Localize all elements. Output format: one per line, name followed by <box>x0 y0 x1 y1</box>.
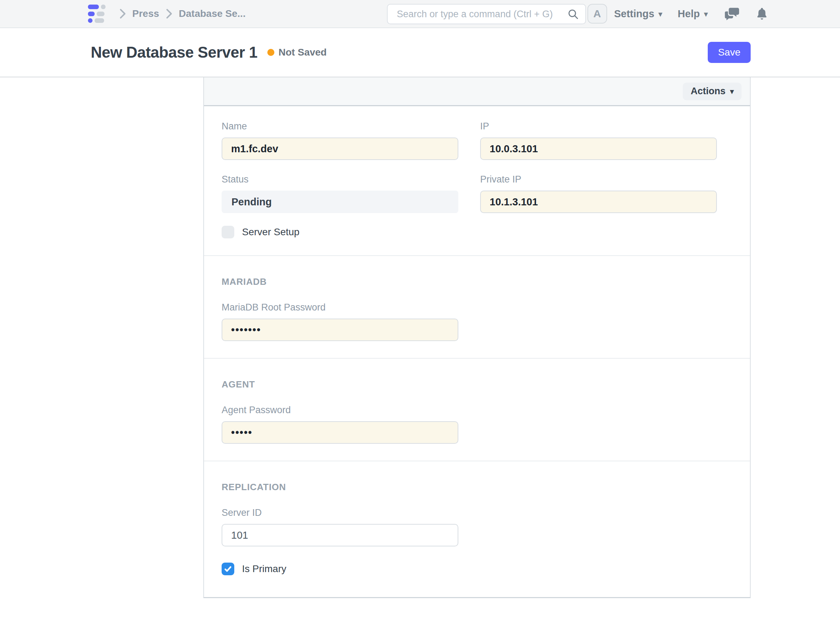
caret-down-icon: ▾ <box>730 88 734 95</box>
server-id-field: Server ID <box>222 507 458 546</box>
mariadb-root-password-input[interactable] <box>222 319 458 341</box>
status-label: Status <box>222 174 458 185</box>
save-button[interactable]: Save <box>708 42 751 63</box>
settings-menu[interactable]: Settings ▾ <box>614 8 662 20</box>
name-label: Name <box>222 121 458 132</box>
section-heading-mariadb: MARIADB <box>222 276 717 287</box>
agent-password-input[interactable] <box>222 421 458 444</box>
server-setup-row: Server Setup <box>222 226 717 238</box>
name-field: Name <box>222 121 458 160</box>
page-title: New Database Server 1 <box>91 44 257 61</box>
section-replication: REPLICATION Server ID Is Primary <box>204 461 750 597</box>
form-card: Actions ▾ Name IP Status Pending Private… <box>203 77 751 598</box>
bell-icon[interactable] <box>756 7 767 21</box>
chevron-right-icon <box>119 8 126 19</box>
ip-field: IP <box>480 121 717 160</box>
status-indicator: Not Saved <box>267 47 327 58</box>
form-toolbar: Actions ▾ <box>204 77 750 106</box>
server-id-input[interactable] <box>222 524 458 546</box>
mariadb-root-password-field: MariaDB Root Password <box>222 302 458 341</box>
agent-password-label: Agent Password <box>222 405 458 416</box>
server-setup-label: Server Setup <box>242 226 299 238</box>
private-ip-field: Private IP <box>480 174 717 213</box>
chevron-right-icon <box>165 8 172 19</box>
checkmark-icon <box>223 564 232 573</box>
status-value: Pending <box>222 191 458 213</box>
is-primary-row: Is Primary <box>222 563 717 575</box>
agent-password-field: Agent Password <box>222 405 458 444</box>
global-search <box>387 4 586 24</box>
section-mariadb: MARIADB MariaDB Root Password <box>204 256 750 359</box>
section-heading-agent: AGENT <box>222 379 717 390</box>
help-menu[interactable]: Help ▾ <box>678 8 708 20</box>
private-ip-input[interactable] <box>480 191 717 213</box>
breadcrumb-item-database-server[interactable]: Database Se... <box>179 8 246 19</box>
page-head: New Database Server 1 Not Saved Save <box>0 28 840 77</box>
avatar[interactable]: A <box>587 4 607 24</box>
mariadb-root-password-label: MariaDB Root Password <box>222 302 458 313</box>
name-input[interactable] <box>222 137 458 160</box>
indicator-dot-icon <box>267 49 275 56</box>
server-id-label: Server ID <box>222 507 458 518</box>
ip-label: IP <box>480 121 717 132</box>
global-search-input[interactable] <box>396 8 567 20</box>
actions-button-label: Actions <box>690 86 725 97</box>
navbar: Press Database Se... A Settings ▾ Help ▾ <box>0 0 840 28</box>
ip-input[interactable] <box>480 137 717 160</box>
caret-down-icon: ▾ <box>704 10 708 17</box>
is-primary-label: Is Primary <box>242 563 286 574</box>
section-basic: Name IP Status Pending Private IP Server… <box>204 106 750 256</box>
status-field: Status Pending <box>222 174 458 213</box>
breadcrumb: Press Database Se... <box>119 8 246 19</box>
settings-menu-label: Settings <box>614 8 654 20</box>
is-primary-checkbox[interactable] <box>222 563 234 575</box>
app-logo-icon[interactable] <box>88 5 107 23</box>
chat-icon[interactable] <box>725 7 740 21</box>
search-icon <box>567 8 579 20</box>
caret-down-icon: ▾ <box>658 10 662 17</box>
section-heading-replication: REPLICATION <box>222 482 717 492</box>
private-ip-label: Private IP <box>480 174 717 185</box>
actions-button[interactable]: Actions ▾ <box>683 83 742 100</box>
indicator-label: Not Saved <box>279 47 327 58</box>
help-menu-label: Help <box>678 8 700 20</box>
section-agent: AGENT Agent Password <box>204 359 750 461</box>
navbar-right: A Settings ▾ Help ▾ <box>587 4 767 24</box>
breadcrumb-item-press[interactable]: Press <box>132 8 159 19</box>
server-setup-checkbox[interactable] <box>222 226 234 238</box>
